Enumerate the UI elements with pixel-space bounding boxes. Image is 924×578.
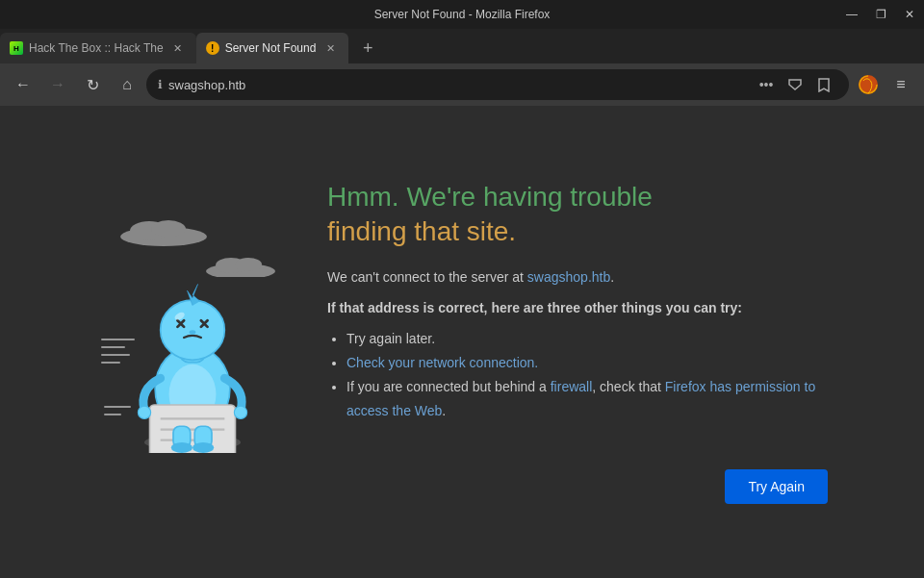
tab-htb-title: Hack The Box :: Hack The bbox=[29, 41, 164, 55]
cloud-right-icon bbox=[202, 256, 279, 277]
wind-lines-bottom bbox=[104, 400, 131, 421]
address-info-icon: ℹ bbox=[158, 78, 163, 91]
maximize-button[interactable]: ❐ bbox=[866, 0, 895, 29]
title-bar: Server Not Found - Mozilla Firefox — ❐ ✕ bbox=[0, 0, 924, 29]
svg-point-14 bbox=[138, 406, 150, 418]
tab-notfound[interactable]: ! Server Not Found ✕ bbox=[196, 33, 349, 63]
page-content: Hmm. We're having trouble finding that s… bbox=[0, 106, 924, 578]
close-button[interactable]: ✕ bbox=[895, 0, 924, 29]
window-title: Server Not Found - Mozilla Firefox bbox=[374, 8, 551, 21]
dino-character-icon bbox=[116, 261, 270, 453]
address-actions: ••• bbox=[753, 71, 837, 98]
tab-htb-close[interactable]: ✕ bbox=[169, 39, 187, 57]
dino-illustration bbox=[96, 208, 289, 477]
tab-htb[interactable]: H Hack The Box :: Hack The ✕ bbox=[0, 33, 196, 63]
window-controls: — ❐ ✕ bbox=[837, 0, 924, 29]
svg-point-3 bbox=[151, 220, 186, 238]
warning-favicon-icon: ! bbox=[206, 41, 219, 55]
htb-favicon-icon: H bbox=[10, 41, 23, 55]
wind-lines bbox=[101, 333, 135, 369]
home-button[interactable]: ⌂ bbox=[112, 69, 142, 100]
error-suggestions-list: Try again later. Check your network conn… bbox=[327, 327, 828, 424]
reload-button[interactable]: ↻ bbox=[77, 69, 108, 100]
forward-button[interactable]: → bbox=[42, 69, 73, 100]
error-bold-text: If that address is correct, here are thr… bbox=[327, 300, 828, 315]
svg-point-15 bbox=[234, 406, 246, 418]
firefox-account-button[interactable] bbox=[853, 69, 884, 100]
hamburger-menu-button[interactable]: ≡ bbox=[886, 69, 916, 100]
reader-mode-button[interactable]: ••• bbox=[753, 71, 780, 98]
address-text: swagshop.htb bbox=[168, 78, 747, 92]
minimize-button[interactable]: — bbox=[837, 0, 866, 29]
svg-point-0 bbox=[859, 75, 878, 94]
svg-point-22 bbox=[190, 330, 196, 334]
address-bar[interactable]: ℹ swagshop.htb ••• bbox=[146, 69, 849, 100]
error-heading-orange: finding that site. bbox=[327, 216, 516, 246]
error-text-area: Hmm. We're having trouble finding that s… bbox=[327, 180, 828, 505]
svg-point-25 bbox=[171, 441, 192, 452]
bookmark-button[interactable] bbox=[810, 71, 837, 98]
list-item-try-again: Try again later. bbox=[346, 327, 828, 351]
try-again-button[interactable]: Try Again bbox=[725, 469, 828, 504]
error-heading: Hmm. We're having trouble finding that s… bbox=[327, 180, 828, 250]
tab-notfound-title: Server Not Found bbox=[225, 41, 317, 55]
tab-notfound-close[interactable]: ✕ bbox=[321, 39, 339, 57]
error-container: Hmm. We're having trouble finding that s… bbox=[96, 180, 828, 505]
error-description: We can't connect to the server at swagsh… bbox=[327, 269, 828, 285]
tab-bar: H Hack The Box :: Hack The ✕ ! Server No… bbox=[0, 29, 924, 63]
list-item-network: Check your network connection. bbox=[346, 351, 828, 375]
new-tab-button[interactable]: + bbox=[352, 33, 383, 63]
back-button[interactable]: ← bbox=[8, 69, 38, 100]
svg-point-26 bbox=[192, 441, 214, 452]
pocket-button[interactable] bbox=[782, 71, 808, 98]
error-heading-green: Hmm. We're having trouble bbox=[327, 182, 653, 212]
nav-right-buttons: ≡ bbox=[853, 69, 916, 100]
svg-point-6 bbox=[235, 258, 262, 271]
firewall-link[interactable]: firewall bbox=[551, 379, 593, 394]
list-item-firewall: If you are connected but behind a firewa… bbox=[346, 375, 828, 423]
cloud-top-icon bbox=[116, 217, 212, 246]
nav-bar: ← → ↻ ⌂ ℹ swagshop.htb ••• bbox=[0, 63, 924, 106]
error-url: swagshop.htb bbox=[527, 269, 610, 285]
